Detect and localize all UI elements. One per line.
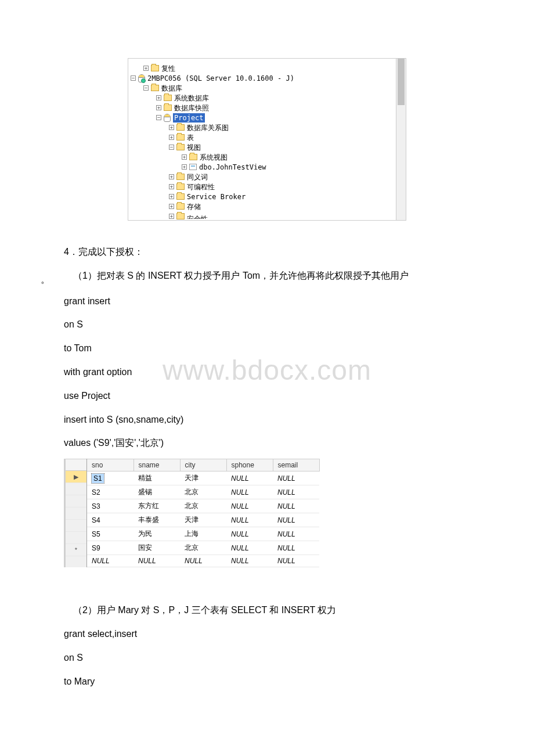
cell[interactable]: NULL xyxy=(273,541,319,555)
folder-icon xyxy=(176,144,185,150)
sysdb-node[interactable]: 系统数据库 xyxy=(174,93,209,103)
dbsnapshot-node[interactable]: 数据库快照 xyxy=(174,103,209,113)
cell[interactable]: NULL xyxy=(226,541,273,555)
cell[interactable]: NULL xyxy=(273,485,319,499)
sql-line: to Mary xyxy=(64,674,470,690)
cell[interactable]: NULL xyxy=(273,513,319,527)
cell[interactable]: 盛锡 xyxy=(134,485,180,499)
view-icon xyxy=(189,164,197,170)
sql-line: with grant option xyxy=(64,364,470,381)
cell[interactable]: 北京 xyxy=(180,485,226,499)
data-grid-screenshot: ▶ * sno sname city sphone semail S1 xyxy=(64,459,380,567)
col-header[interactable]: sphone xyxy=(226,459,273,471)
cell[interactable]: 天津 xyxy=(180,513,226,527)
folder-icon xyxy=(176,124,185,131)
row-selector[interactable] xyxy=(66,507,86,520)
sql-line: on S xyxy=(64,316,470,333)
cell[interactable]: 为民 xyxy=(134,527,180,541)
cell[interactable]: S2 xyxy=(87,485,134,499)
row-selector[interactable] xyxy=(66,520,86,532)
cell[interactable]: NULL xyxy=(273,471,319,485)
sql-line: insert into S (sno,sname,city) xyxy=(64,412,470,429)
sql-line: grant select,insert xyxy=(64,626,470,643)
cell[interactable]: 国安 xyxy=(134,541,180,555)
folder-icon xyxy=(176,134,185,141)
cell[interactable]: 北京 xyxy=(180,499,226,513)
cell[interactable]: 北京 xyxy=(180,541,226,555)
cell[interactable]: S5 xyxy=(87,527,134,541)
diagrams-node[interactable]: 数据库关系图 xyxy=(187,123,229,132)
col-header[interactable]: city xyxy=(180,459,226,471)
cell[interactable]: S1 xyxy=(87,471,134,485)
cell[interactable]: S9 xyxy=(87,541,134,555)
cell[interactable]: NULL xyxy=(134,555,180,567)
cell[interactable]: 丰泰盛 xyxy=(134,513,180,527)
security-node[interactable]: 安全性 xyxy=(187,214,208,219)
row-selector-new[interactable]: * xyxy=(66,544,86,556)
database-icon xyxy=(164,114,171,122)
question-2: （2）用户 Mary 对 S，P，J 三个表有 SELECT 和 INSERT … xyxy=(64,602,470,619)
cell[interactable]: NULL xyxy=(226,471,273,485)
col-header[interactable]: sname xyxy=(134,459,180,471)
cell[interactable]: 上海 xyxy=(180,527,226,541)
johntestview-node[interactable]: dbo.JohnTestView xyxy=(199,163,266,172)
folder-icon xyxy=(176,213,185,219)
row-selector[interactable] xyxy=(66,495,86,507)
data-grid[interactable]: sno sname city sphone semail S1 精益 天津 NU… xyxy=(87,459,320,567)
ssms-tree-screenshot: +复性 −2MBPC056 (SQL Server 10.0.1600 - J)… xyxy=(128,58,406,221)
cell[interactable]: NULL xyxy=(226,513,273,527)
cell[interactable]: NULL xyxy=(273,499,319,513)
cell[interactable]: NULL xyxy=(273,527,319,541)
sysviews-node[interactable]: 系统视图 xyxy=(200,153,228,162)
sql-line: use Project xyxy=(64,388,470,405)
folder-icon xyxy=(164,95,172,101)
tables-node[interactable]: 表 xyxy=(187,133,194,142)
col-header[interactable]: sno xyxy=(87,459,134,471)
server-node[interactable]: 2MBPC056 (SQL Server 10.0.1600 - J) xyxy=(147,74,294,83)
cell[interactable]: NULL xyxy=(226,555,273,567)
project-node[interactable]: Project xyxy=(173,113,205,123)
cell[interactable]: NULL xyxy=(226,499,273,513)
sql-line: grant insert xyxy=(64,293,470,310)
cell[interactable]: 东方红 xyxy=(134,499,180,513)
section-heading: 4．完成以下授权： xyxy=(64,244,470,261)
row-selector[interactable] xyxy=(66,483,86,495)
servicebroker-node[interactable]: Service Broker xyxy=(187,192,246,201)
folder-icon xyxy=(164,105,172,111)
sql-line: on S xyxy=(64,650,470,667)
tree-node: 复性 xyxy=(161,64,175,73)
synonyms-node[interactable]: 同义词 xyxy=(187,172,208,182)
cell[interactable]: S3 xyxy=(87,499,134,513)
cell[interactable]: NULL xyxy=(180,555,226,567)
folder-icon xyxy=(176,174,185,180)
row-selector[interactable]: ▶ xyxy=(66,471,86,483)
folder-icon xyxy=(176,203,185,210)
storage-node[interactable]: 存储 xyxy=(187,202,201,211)
sql-line: to Tom xyxy=(64,340,470,357)
cell[interactable]: 精益 xyxy=(134,471,180,485)
cell[interactable]: NULL xyxy=(87,555,134,567)
row-selector[interactable] xyxy=(66,532,86,544)
views-node[interactable]: 视图 xyxy=(187,143,201,152)
vertical-scrollbar[interactable] xyxy=(396,59,406,220)
folder-icon xyxy=(151,85,159,91)
cell[interactable]: S4 xyxy=(87,513,134,527)
folder-icon xyxy=(176,193,185,200)
cell[interactable]: 天津 xyxy=(180,471,226,485)
col-header[interactable]: semail xyxy=(273,459,319,471)
server-icon xyxy=(138,74,145,82)
cell[interactable]: NULL xyxy=(226,485,273,499)
sql-line: values ('S9','国安','北京') xyxy=(64,435,470,452)
cell[interactable]: NULL xyxy=(226,527,273,541)
folder-icon xyxy=(189,154,197,160)
programmability-node[interactable]: 可编程性 xyxy=(187,182,215,192)
cell[interactable]: NULL xyxy=(273,555,319,567)
folder-icon xyxy=(176,183,185,190)
databases-node[interactable]: 数据库 xyxy=(161,84,182,93)
